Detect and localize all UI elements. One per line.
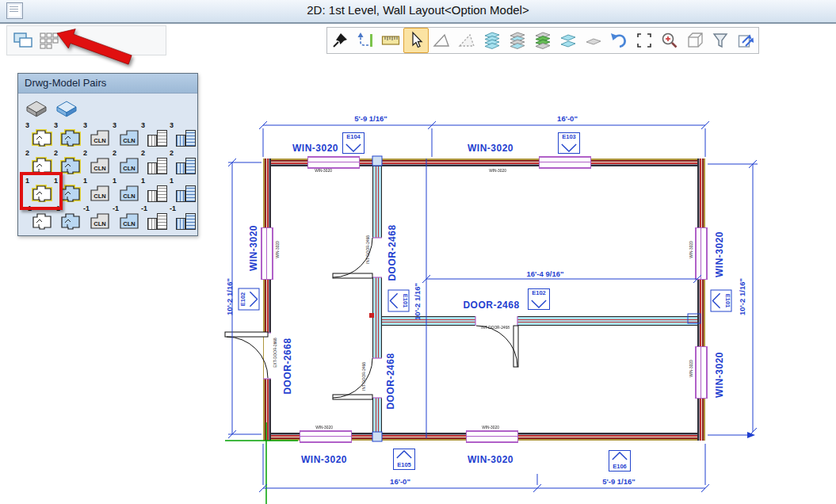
dimension-text: 10'-2 1/16" <box>225 265 234 329</box>
opening-tag: E103 <box>558 132 580 154</box>
interior-wall-horizontal[interactable] <box>382 316 475 326</box>
layers-all-tool[interactable] <box>479 28 505 53</box>
interior-wall-vertical[interactable] <box>372 398 382 433</box>
pair-hatch-drawing[interactable]: 1 <box>140 177 169 204</box>
window-symbol[interactable] <box>300 430 352 443</box>
pair-cln-drawing[interactable]: 1 CLN <box>82 177 111 204</box>
cln-icon: CLN <box>90 185 110 202</box>
drwg-model-pairs-palette: Drwg-Model Pairs 3 3 3 CLN 3 CLN 3 3 2 <box>17 73 198 236</box>
cln-icon: CLN <box>119 129 139 147</box>
svg-text:CLN: CLN <box>94 193 105 200</box>
hatch-icon <box>147 185 167 202</box>
dimension-text: 16'-0" <box>536 114 599 123</box>
svg-text:CLN: CLN <box>94 165 105 172</box>
pair-hatch-drawing[interactable]: 3 <box>140 121 169 149</box>
pair-plan-model[interactable]: 3 <box>53 121 82 149</box>
hatch-icon <box>176 158 196 174</box>
pair-cln-model[interactable]: 3 CLN <box>112 121 140 149</box>
drawing-corner-icon[interactable] <box>25 97 48 118</box>
pair-hatch-model[interactable]: 2 <box>169 149 197 177</box>
pair-cln-model[interactable]: 2 CLN <box>112 149 140 177</box>
window-symbol[interactable] <box>695 227 708 280</box>
pair-cln-drawing[interactable]: -1 CLN <box>82 204 111 232</box>
interior-wall-horizontal[interactable] <box>517 316 697 326</box>
cln-icon: CLN <box>119 185 139 202</box>
cursor-icon <box>407 31 426 50</box>
cascade-windows-button[interactable] <box>12 29 36 51</box>
cube-icon <box>685 31 704 50</box>
window-title: 2D: 1st Level, Wall Layout<Option Model> <box>0 3 836 17</box>
cln-icon: CLN <box>90 212 110 230</box>
pair-icons-row <box>25 97 78 118</box>
filter-tool[interactable] <box>708 28 733 53</box>
hatch-icon <box>176 213 196 230</box>
funnel-icon <box>711 31 730 50</box>
door-label: DOOR-2468 <box>387 217 398 288</box>
undo-tool[interactable] <box>606 28 632 53</box>
triangle-left-icon <box>390 292 399 310</box>
window-label: WIN-3020 <box>459 143 522 154</box>
pair-plan-drawing[interactable]: 3 <box>25 121 53 149</box>
zoom-in-tool[interactable] <box>657 28 682 53</box>
pin-icon <box>330 31 349 50</box>
small-door-label: INT-DOOR-2468 <box>362 357 366 395</box>
small-door-label: INT-DOOR-2468 <box>476 326 514 330</box>
pair-hatch-drawing[interactable]: 2 <box>140 149 169 177</box>
opening-tag: E104 <box>342 132 365 154</box>
svg-text:CLN: CLN <box>123 220 135 227</box>
interior-wall-vertical[interactable] <box>372 166 382 238</box>
cln-icon: CLN <box>90 129 110 147</box>
model-corner-icon[interactable] <box>55 97 78 118</box>
pair-cln-model[interactable]: -1 CLN <box>112 204 140 232</box>
place-tool[interactable] <box>353 28 378 53</box>
svg-text:CLN: CLN <box>123 193 135 200</box>
layer-single-tool[interactable] <box>581 28 606 53</box>
polygon-dashed-tool[interactable] <box>454 28 479 53</box>
hatch-icon <box>147 158 167 174</box>
small-door-label: EXT-DOOR-2668 <box>273 334 277 372</box>
ruler-icon <box>381 31 400 50</box>
measure-tool[interactable] <box>378 28 403 53</box>
small-window-label: WIN-3020 <box>276 231 280 269</box>
plan-icon <box>60 185 81 202</box>
layers-alternate-tool[interactable] <box>505 28 530 53</box>
triangle-left-icon <box>712 292 721 310</box>
layers-alternate-icon <box>508 31 527 50</box>
pair-hatch-model[interactable]: 1 <box>169 177 197 204</box>
layers-active-tool[interactable] <box>530 28 555 53</box>
opening-tag: E101 <box>711 290 732 312</box>
box-3d-tool[interactable] <box>682 28 708 53</box>
small-window-label: WIN-3020 <box>479 169 517 173</box>
select-area-tool[interactable] <box>632 28 657 53</box>
palette-title[interactable]: Drwg-Model Pairs <box>18 74 197 94</box>
window-symbol[interactable] <box>466 430 518 443</box>
window-symbol[interactable] <box>539 156 591 169</box>
select-tool[interactable] <box>403 28 429 53</box>
cln-icon: CLN <box>90 157 110 174</box>
pair-hatch-drawing[interactable]: -1 <box>140 204 169 232</box>
triangle-down-icon <box>560 143 578 152</box>
pair-cln-drawing[interactable]: 2 CLN <box>82 149 111 177</box>
plan-icon <box>60 157 81 174</box>
svg-text:CLN: CLN <box>123 165 135 172</box>
exterior-wall-left[interactable] <box>263 158 271 441</box>
small-window-label: WIN-3020 <box>471 426 510 430</box>
annotation-highlight-box <box>20 172 63 210</box>
pair-cln-drawing[interactable]: 3 CLN <box>82 121 111 149</box>
window-label: WIN-3020 <box>284 143 347 154</box>
window-symbol[interactable] <box>261 227 273 280</box>
polygon-tool[interactable] <box>429 28 454 53</box>
window-symbol[interactable] <box>695 346 708 399</box>
small-window-label: WIN-3020 <box>689 349 693 388</box>
place-arrow-icon <box>356 31 375 50</box>
interior-wall-vertical[interactable] <box>372 277 382 358</box>
window-symbol[interactable] <box>307 156 360 169</box>
pair-cln-model[interactable]: 1 CLN <box>112 177 140 204</box>
open-external-tool[interactable] <box>733 28 758 53</box>
pair-hatch-model[interactable]: -1 <box>169 204 197 232</box>
annotation-arrow <box>46 19 141 74</box>
pin-tool[interactable] <box>327 28 353 53</box>
triangle-dashed-icon <box>457 31 476 50</box>
pair-hatch-model[interactable]: 3 <box>169 121 197 149</box>
layers-pair-tool[interactable] <box>555 28 581 53</box>
